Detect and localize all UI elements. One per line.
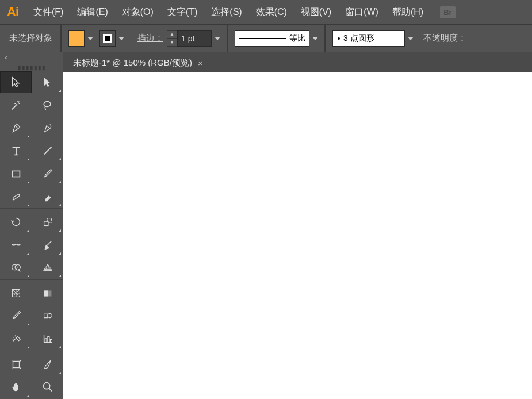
brush-label: 3 点圆形 bbox=[343, 33, 374, 44]
free-transform-tool[interactable] bbox=[32, 234, 63, 256]
panel-collapse-handle[interactable]: ‹‹ bbox=[0, 52, 63, 63]
menu-edit[interactable]: 编辑(E) bbox=[70, 3, 114, 22]
stroke-color-dropdown[interactable] bbox=[116, 30, 127, 47]
menubar: Ai 文件(F) 编辑(E) 对象(O) 文字(T) 选择(S) 效果(C) 视… bbox=[0, 0, 532, 24]
rectangle-tool[interactable] bbox=[0, 163, 32, 185]
document-tab[interactable]: 未标题-1* @ 150% (RGB/预览) × bbox=[67, 53, 209, 72]
control-bar: 未选择对象 描边： ▲ ▼ 等比 3 点圆形 不透明度： bbox=[0, 24, 532, 52]
svg-rect-8 bbox=[44, 314, 47, 318]
variable-width-profile[interactable]: 等比 bbox=[235, 30, 309, 47]
magic-wand-tool[interactable] bbox=[0, 94, 32, 116]
profile-dropdown[interactable] bbox=[309, 30, 321, 47]
artboard-tool[interactable] bbox=[0, 354, 32, 375]
svg-rect-1 bbox=[44, 221, 48, 225]
stroke-color-swatch[interactable] bbox=[99, 30, 116, 47]
eyedropper-tool[interactable] bbox=[0, 305, 32, 327]
stroke-down-button[interactable]: ▼ bbox=[167, 39, 177, 47]
profile-label: 等比 bbox=[289, 33, 305, 44]
svg-rect-7 bbox=[44, 290, 47, 296]
curvature-tool[interactable] bbox=[32, 117, 63, 139]
direct-selection-tool[interactable] bbox=[32, 71, 63, 93]
hand-tool[interactable] bbox=[0, 376, 32, 398]
svg-rect-0 bbox=[12, 171, 20, 177]
stroke-label[interactable]: 描边： bbox=[137, 33, 163, 44]
width-tool[interactable] bbox=[0, 234, 32, 256]
tab-close-button[interactable]: × bbox=[198, 58, 203, 68]
blend-tool[interactable] bbox=[32, 305, 63, 327]
document-area: 未标题-1* @ 150% (RGB/预览) × bbox=[63, 52, 532, 399]
brush-definition[interactable]: 3 点圆形 bbox=[332, 30, 405, 47]
menu-select[interactable]: 选择(S) bbox=[204, 3, 248, 22]
zoom-tool[interactable] bbox=[32, 376, 63, 398]
line-tool[interactable] bbox=[32, 140, 63, 162]
stroke-weight-input[interactable]: ▲ ▼ bbox=[167, 30, 223, 47]
menu-view[interactable]: 视图(V) bbox=[294, 3, 338, 22]
paintbrush-tool[interactable] bbox=[32, 163, 63, 185]
fill-color-swatch[interactable] bbox=[68, 30, 85, 47]
svg-point-9 bbox=[48, 314, 52, 318]
svg-rect-10 bbox=[13, 361, 19, 367]
selection-tool[interactable] bbox=[0, 71, 32, 93]
pen-tool[interactable] bbox=[0, 117, 32, 139]
shape-builder-tool[interactable] bbox=[0, 256, 32, 278]
menu-effect[interactable]: 效果(C) bbox=[249, 3, 294, 22]
menu-help[interactable]: 帮助(H) bbox=[385, 3, 430, 22]
opacity-label[interactable]: 不透明度： bbox=[423, 33, 466, 44]
canvas[interactable] bbox=[63, 72, 532, 399]
shaper-tool[interactable] bbox=[0, 186, 32, 208]
eraser-tool[interactable] bbox=[32, 186, 63, 208]
app-logo: Ai bbox=[5, 5, 26, 20]
bridge-badge[interactable]: Br bbox=[440, 6, 455, 18]
selection-status: 未选择对象 bbox=[5, 25, 57, 52]
rotate-tool[interactable] bbox=[0, 211, 32, 233]
svg-rect-2 bbox=[47, 218, 51, 222]
tools-panel: ‹‹ ▮▮▮▮▮▮▮ bbox=[0, 52, 63, 399]
menu-type[interactable]: 文字(T) bbox=[160, 3, 204, 22]
fill-color-dropdown[interactable] bbox=[85, 30, 96, 47]
menu-object[interactable]: 对象(O) bbox=[115, 3, 160, 22]
tab-title: 未标题-1* @ 150% (RGB/预览) bbox=[73, 57, 192, 68]
lasso-tool[interactable] bbox=[32, 94, 63, 116]
stroke-up-button[interactable]: ▲ bbox=[167, 30, 177, 39]
brush-dropdown[interactable] bbox=[405, 30, 416, 47]
gradient-tool[interactable] bbox=[32, 282, 63, 304]
stroke-weight-dropdown[interactable] bbox=[212, 30, 223, 47]
svg-point-11 bbox=[43, 383, 49, 389]
panel-grip[interactable]: ▮▮▮▮▮▮▮ bbox=[0, 63, 63, 71]
menu-window[interactable]: 窗口(W) bbox=[338, 3, 385, 22]
scale-tool[interactable] bbox=[32, 211, 63, 233]
perspective-grid-tool[interactable] bbox=[32, 256, 63, 278]
slice-tool[interactable] bbox=[32, 354, 63, 375]
mesh-tool[interactable] bbox=[0, 282, 32, 304]
svg-point-4 bbox=[15, 265, 20, 270]
stroke-weight-field[interactable] bbox=[177, 30, 212, 47]
column-graph-tool[interactable] bbox=[32, 328, 63, 350]
symbol-sprayer-tool[interactable] bbox=[0, 328, 32, 350]
tab-bar: 未标题-1* @ 150% (RGB/预览) × bbox=[63, 52, 532, 72]
menu-divider bbox=[435, 3, 435, 21]
type-tool[interactable] bbox=[0, 140, 32, 162]
menu-file[interactable]: 文件(F) bbox=[26, 3, 70, 22]
